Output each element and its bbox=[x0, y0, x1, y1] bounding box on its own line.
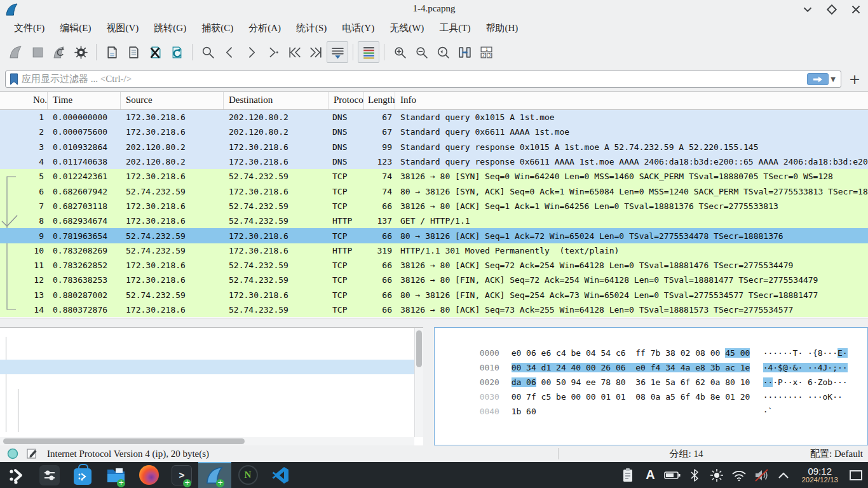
packet-row[interactable]: 1 0.000000000 172.30.218.6 202.120.80.2 … bbox=[0, 110, 868, 125]
first-packet-icon[interactable] bbox=[283, 41, 305, 63]
brightness-icon[interactable] bbox=[709, 467, 725, 484]
close-button[interactable] bbox=[849, 3, 863, 17]
column-header-info[interactable]: Info bbox=[395, 92, 868, 109]
packet-row[interactable]: 10 0.783208269 52.74.232.59 172.30.218.6… bbox=[0, 243, 868, 258]
go-to-packet-icon[interactable] bbox=[262, 41, 283, 63]
capture-options-icon[interactable] bbox=[70, 41, 92, 63]
last-packet-icon[interactable] bbox=[305, 41, 327, 63]
menu-item[interactable]: 无线(W) bbox=[382, 20, 431, 36]
software-store-icon[interactable] bbox=[66, 462, 99, 488]
packet-row[interactable]: 12 0.783638253 172.30.218.6 52.74.232.59… bbox=[0, 273, 868, 287]
input-method-icon[interactable]: A bbox=[642, 467, 658, 484]
file-manager-icon[interactable]: + bbox=[99, 462, 132, 488]
display-filter-input[interactable] bbox=[22, 74, 807, 85]
column-header-length[interactable]: Length bbox=[364, 92, 395, 109]
bluetooth-icon[interactable] bbox=[686, 467, 703, 484]
detail-line[interactable]: >Ethernet II, Src: NewH3CTechno_7b:38:02… bbox=[0, 345, 414, 360]
menu-item[interactable]: 编辑(E) bbox=[52, 20, 98, 36]
menu-item[interactable]: 文件(F) bbox=[6, 20, 52, 36]
packet-row[interactable]: 11 0.783262852 172.30.218.6 52.74.232.59… bbox=[0, 258, 868, 273]
pane-splitter[interactable] bbox=[0, 318, 868, 327]
vscode-icon[interactable] bbox=[264, 462, 297, 488]
maximize-button[interactable] bbox=[825, 3, 839, 17]
chevron-up-icon[interactable] bbox=[775, 467, 792, 484]
taskbar-clock[interactable]: 09:12 2024/12/13 bbox=[797, 466, 842, 484]
packet-row[interactable]: 9 0.781963654 52.74.232.59 172.30.218.6 … bbox=[0, 228, 868, 243]
close-file-icon[interactable] bbox=[144, 41, 166, 63]
hex-row[interactable]: 0000e0 06 e6 c4 be 04 54 c6 ff 7b 38 02 … bbox=[440, 331, 867, 346]
battery-icon[interactable] bbox=[664, 467, 681, 484]
terminal-icon[interactable]: > + bbox=[165, 462, 198, 488]
detail-line[interactable]: ─0100 .... = Version: 4 bbox=[0, 374, 414, 389]
stop-capture-icon[interactable] bbox=[27, 41, 48, 63]
minimize-button[interactable] bbox=[801, 3, 815, 17]
column-header-source[interactable]: Source bbox=[121, 92, 224, 109]
detail-line[interactable]: ∨Internet Protocol Version 4, Src: 52.74… bbox=[0, 360, 414, 374]
open-file-icon[interactable] bbox=[101, 41, 123, 63]
filter-bookmark-icon[interactable] bbox=[10, 73, 18, 85]
packet-row[interactable]: 8 0.682934674 172.30.218.6 52.74.232.59 … bbox=[0, 214, 868, 228]
app-launcher-icon[interactable] bbox=[0, 462, 33, 488]
zoom-out-icon[interactable] bbox=[410, 41, 432, 63]
column-header-time[interactable]: Time bbox=[48, 92, 121, 109]
add-filter-button[interactable]: + bbox=[846, 71, 863, 88]
column-header-destination[interactable]: Destination bbox=[224, 92, 329, 109]
detail-line[interactable]: >Frame 9: 66 bytes on wire (528 bits), 6… bbox=[0, 330, 414, 345]
packet-time: 0.000075600 bbox=[48, 127, 121, 137]
capture-comment-icon[interactable] bbox=[25, 447, 38, 460]
volume-muted-icon[interactable] bbox=[753, 467, 770, 484]
packet-row[interactable]: 5 0.012242361 172.30.218.6 52.74.232.59 … bbox=[0, 169, 868, 184]
restart-capture-icon[interactable] bbox=[48, 41, 70, 63]
packet-length: 66 bbox=[364, 201, 395, 211]
menu-item[interactable]: 电话(Y) bbox=[334, 20, 382, 36]
packet-row[interactable]: 4 0.011740638 202.120.80.2 172.30.218.6 … bbox=[0, 154, 868, 169]
reload-file-icon[interactable] bbox=[166, 41, 187, 63]
packet-row[interactable]: 2 0.000075600 172.30.218.6 202.120.80.2 … bbox=[0, 125, 868, 139]
details-vertical-scrollbar[interactable] bbox=[414, 328, 423, 437]
detail-line[interactable]: ─.... 0101 = Header Length: 20 bytes (5) bbox=[0, 389, 414, 403]
menu-item[interactable]: 统计(S) bbox=[288, 20, 334, 36]
packet-row[interactable]: 6 0.682607942 52.74.232.59 172.30.218.6 … bbox=[0, 184, 868, 198]
packet-no: 2 bbox=[0, 127, 48, 137]
packet-row[interactable]: 3 0.010932864 202.120.80.2 172.30.218.6 … bbox=[0, 140, 868, 154]
save-file-icon[interactable] bbox=[123, 41, 144, 63]
colorize-toggle[interactable] bbox=[358, 41, 379, 63]
menu-item[interactable]: 视图(V) bbox=[99, 20, 147, 36]
profile-text[interactable]: 配置: Default bbox=[810, 448, 863, 460]
go-back-icon[interactable] bbox=[219, 41, 240, 63]
resize-columns-icon[interactable] bbox=[454, 41, 475, 63]
packet-row[interactable]: 13 0.880287002 52.74.232.59 172.30.218.6… bbox=[0, 288, 868, 302]
filter-dropdown-caret[interactable]: ▼ bbox=[831, 76, 836, 83]
wifi-icon[interactable] bbox=[731, 467, 747, 484]
detail-line[interactable]: >Differentiated Services Field: 0x00 (DS… bbox=[0, 403, 414, 418]
zoom-reset-icon[interactable] bbox=[432, 41, 454, 63]
menu-item[interactable]: 跳转(G) bbox=[146, 20, 194, 36]
wireshark-taskbar-icon[interactable]: + bbox=[198, 462, 231, 488]
go-forward-icon[interactable] bbox=[240, 41, 262, 63]
packet-row[interactable]: 14 0.880372876 172.30.218.6 52.74.232.59… bbox=[0, 302, 868, 317]
hex-dump-pane[interactable]: 0000e0 06 e6 c4 be 04 54 c6 ff 7b 38 02 … bbox=[434, 327, 868, 445]
expert-info-icon[interactable] bbox=[6, 447, 19, 460]
column-header-protocol[interactable]: Protocol bbox=[329, 92, 364, 109]
apply-filter-button[interactable] bbox=[807, 73, 829, 85]
details-horizontal-scrollbar[interactable] bbox=[0, 437, 414, 445]
show-desktop-icon[interactable] bbox=[848, 467, 864, 484]
auto-scroll-toggle[interactable] bbox=[327, 41, 348, 63]
toggle-columns-icon[interactable]: 123 bbox=[475, 41, 497, 63]
clipboard-icon[interactable] bbox=[620, 467, 636, 484]
column-header-no[interactable]: No. bbox=[0, 92, 48, 109]
detail-line[interactable]: ─Total Length: 52 bbox=[0, 418, 414, 433]
find-packet-icon[interactable] bbox=[197, 41, 219, 63]
menu-item[interactable]: 工具(T) bbox=[431, 20, 478, 36]
menu-item[interactable]: 帮助(H) bbox=[478, 20, 526, 36]
neovim-icon[interactable]: N bbox=[231, 462, 264, 488]
menu-item[interactable]: 捕获(C) bbox=[194, 20, 241, 36]
display-filter-field[interactable]: ▼ bbox=[5, 71, 841, 88]
menu-item[interactable]: 分析(A) bbox=[241, 20, 288, 36]
start-capture-icon[interactable] bbox=[5, 41, 27, 63]
settings-icon[interactable] bbox=[33, 462, 66, 488]
packet-row[interactable]: 7 0.682703118 172.30.218.6 52.74.232.59 … bbox=[0, 199, 868, 214]
zoom-in-icon[interactable] bbox=[389, 41, 410, 63]
hex-bytes: 00 34 d1 24 40 00 26 06 e0 f4 34 4a e8 3… bbox=[512, 360, 758, 375]
firefox-icon[interactable] bbox=[132, 462, 165, 488]
